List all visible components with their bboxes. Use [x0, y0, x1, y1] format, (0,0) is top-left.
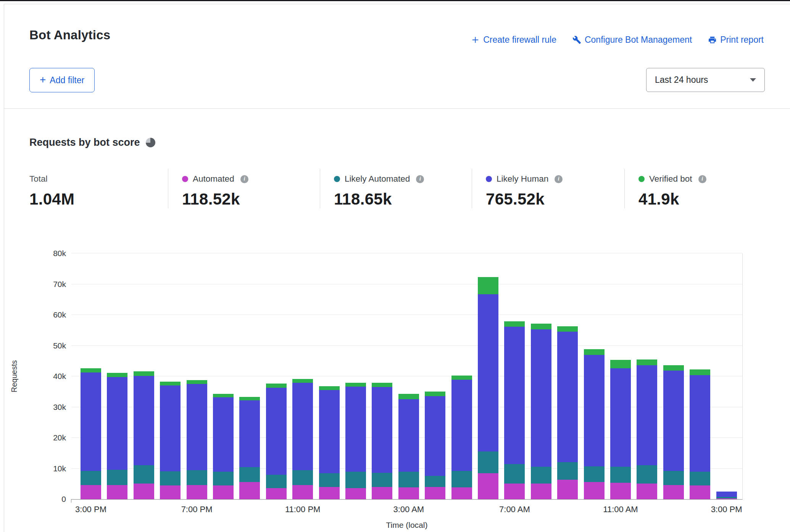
- bar-segment-likely-human[interactable]: [134, 376, 154, 465]
- bar-segment-likely-automated[interactable]: [425, 476, 445, 487]
- bar-segment-automated[interactable]: [107, 485, 127, 499]
- bar-segment-likely-human[interactable]: [531, 329, 551, 467]
- bar-segment-likely-automated[interactable]: [372, 473, 392, 487]
- bar-segment-likely-automated[interactable]: [504, 464, 525, 484]
- bar-segment-likely-human[interactable]: [610, 368, 631, 467]
- bar-segment-automated[interactable]: [504, 484, 525, 499]
- info-icon[interactable]: i: [416, 175, 424, 183]
- bar-segment-likely-automated[interactable]: [584, 466, 605, 482]
- bar-segment-verified-bot[interactable]: [451, 376, 472, 380]
- bar-segment-automated[interactable]: [398, 487, 419, 499]
- bar-segment-likely-human[interactable]: [690, 375, 710, 472]
- bar-segment-automated[interactable]: [663, 485, 684, 499]
- bar-segment-likely-automated[interactable]: [107, 470, 127, 485]
- bar-segment-likely-automated[interactable]: [187, 470, 207, 485]
- bar-segment-verified-bot[interactable]: [81, 368, 101, 372]
- bar-segment-automated[interactable]: [134, 484, 154, 499]
- bar-segment-likely-human[interactable]: [266, 388, 287, 475]
- bar-segment-likely-human[interactable]: [160, 385, 181, 471]
- info-icon[interactable]: i: [698, 175, 706, 183]
- bar-segment-automated[interactable]: [451, 487, 472, 499]
- bar-segment-verified-bot[interactable]: [239, 397, 260, 400]
- bar-segment-verified-bot[interactable]: [345, 383, 366, 387]
- add-filter-button[interactable]: + Add filter: [29, 68, 95, 92]
- bar-segment-verified-bot[interactable]: [531, 324, 551, 329]
- bar-segment-likely-automated[interactable]: [716, 497, 737, 498]
- bar-segment-verified-bot[interactable]: [266, 384, 287, 387]
- bar-segment-likely-human[interactable]: [663, 371, 684, 471]
- bar-segment-likely-human[interactable]: [637, 365, 657, 465]
- bar-segment-verified-bot[interactable]: [319, 386, 340, 390]
- bar-segment-verified-bot[interactable]: [425, 392, 445, 396]
- bar-segment-automated[interactable]: [319, 487, 340, 499]
- bar-segment-automated[interactable]: [187, 485, 207, 499]
- bar-segment-automated[interactable]: [292, 485, 313, 499]
- bar-segment-likely-automated[interactable]: [663, 471, 684, 485]
- bar-segment-likely-automated[interactable]: [610, 467, 631, 483]
- bar-segment-likely-automated[interactable]: [81, 471, 101, 485]
- bar-segment-likely-human[interactable]: [557, 332, 578, 462]
- bar-segment-likely-automated[interactable]: [213, 472, 234, 485]
- bar-segment-likely-automated[interactable]: [134, 465, 154, 484]
- bar-segment-verified-bot[interactable]: [107, 373, 127, 377]
- bar-segment-likely-human[interactable]: [425, 396, 445, 476]
- bar-segment-automated[interactable]: [557, 480, 578, 499]
- bar-segment-likely-human[interactable]: [239, 400, 260, 467]
- bar-segment-automated[interactable]: [372, 487, 392, 499]
- bar-segment-likely-human[interactable]: [584, 355, 605, 466]
- bar-segment-verified-bot[interactable]: [160, 382, 181, 385]
- bar-segment-likely-automated[interactable]: [345, 472, 366, 488]
- bar-segment-automated[interactable]: [478, 473, 498, 499]
- bar-segment-automated[interactable]: [160, 485, 181, 499]
- bar-segment-likely-human[interactable]: [292, 383, 313, 470]
- bar-segment-verified-bot[interactable]: [187, 380, 207, 384]
- bar-segment-verified-bot[interactable]: [557, 326, 578, 332]
- bar-segment-likely-automated[interactable]: [239, 467, 260, 482]
- bar-segment-automated[interactable]: [425, 487, 445, 499]
- bar-segment-likely-human[interactable]: [451, 380, 472, 471]
- bar-segment-likely-automated[interactable]: [319, 473, 340, 487]
- bar-segment-likely-human[interactable]: [107, 377, 127, 470]
- bar-segment-likely-automated[interactable]: [478, 451, 498, 473]
- bar-segment-likely-human[interactable]: [504, 327, 525, 464]
- bar-segment-likely-automated[interactable]: [451, 471, 472, 487]
- bar-segment-likely-human[interactable]: [187, 384, 207, 470]
- bar-segment-automated[interactable]: [266, 488, 287, 499]
- bar-segment-likely-automated[interactable]: [557, 462, 578, 480]
- bar-segment-verified-bot[interactable]: [690, 369, 710, 375]
- bar-segment-automated[interactable]: [345, 488, 366, 499]
- bar-segment-verified-bot[interactable]: [398, 394, 419, 399]
- bar-segment-automated[interactable]: [716, 498, 737, 499]
- bar-segment-automated[interactable]: [637, 484, 657, 499]
- bar-segment-likely-human[interactable]: [81, 372, 101, 471]
- bar-segment-verified-bot[interactable]: [637, 360, 657, 365]
- bar-segment-likely-human[interactable]: [398, 399, 419, 472]
- bar-segment-likely-automated[interactable]: [690, 472, 710, 485]
- bar-segment-automated[interactable]: [81, 485, 101, 499]
- bar-segment-likely-human[interactable]: [319, 390, 340, 473]
- info-icon[interactable]: i: [555, 175, 563, 183]
- bar-segment-likely-automated[interactable]: [292, 470, 313, 485]
- bar-segment-verified-bot[interactable]: [478, 277, 498, 294]
- bar-segment-likely-automated[interactable]: [160, 471, 181, 485]
- configure-bot-management-link[interactable]: Configure Bot Management: [572, 35, 692, 45]
- bar-segment-automated[interactable]: [610, 483, 631, 499]
- bar-segment-likely-human[interactable]: [478, 294, 498, 451]
- bar-segment-verified-bot[interactable]: [372, 383, 392, 387]
- time-range-select[interactable]: Last 24 hours: [646, 68, 765, 92]
- bar-segment-automated[interactable]: [584, 482, 605, 499]
- bar-segment-verified-bot[interactable]: [213, 394, 234, 397]
- print-report-link[interactable]: Print report: [708, 35, 764, 45]
- bar-segment-verified-bot[interactable]: [584, 349, 605, 355]
- bar-segment-likely-human[interactable]: [372, 387, 392, 473]
- bar-segment-verified-bot[interactable]: [134, 371, 154, 376]
- bar-segment-likely-automated[interactable]: [398, 472, 419, 487]
- bar-segment-automated[interactable]: [213, 485, 234, 499]
- bar-segment-automated[interactable]: [239, 482, 260, 499]
- bar-segment-likely-human[interactable]: [213, 397, 234, 472]
- bar-segment-likely-automated[interactable]: [531, 467, 551, 484]
- bar-segment-verified-bot[interactable]: [663, 365, 684, 371]
- bar-segment-verified-bot[interactable]: [504, 321, 525, 327]
- bar-segment-likely-automated[interactable]: [266, 475, 287, 488]
- bar-segment-verified-bot[interactable]: [610, 360, 631, 369]
